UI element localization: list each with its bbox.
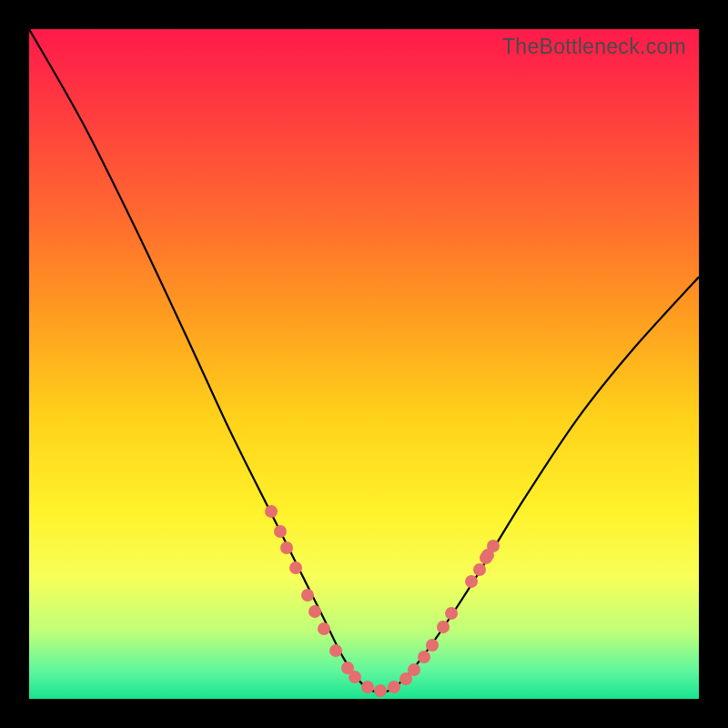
scatter-dot [318,622,330,635]
scatter-dot [361,681,374,693]
scatter-dot [301,589,314,602]
scatter-dot [445,607,458,620]
scatter-dot [388,681,400,693]
scatter-dot [437,621,450,633]
scatter-dot [349,671,361,683]
bottleneck-curve [29,29,699,699]
scatter-dot [274,525,287,538]
chart-frame: TheBottleneck.com [0,0,728,728]
scatter-dot [465,575,478,588]
scatter-dot [329,644,342,657]
scatter-dot [473,563,486,576]
scatter-dot [418,651,430,663]
scatter-dot [308,605,321,618]
plot-area: TheBottleneck.com [29,29,699,699]
